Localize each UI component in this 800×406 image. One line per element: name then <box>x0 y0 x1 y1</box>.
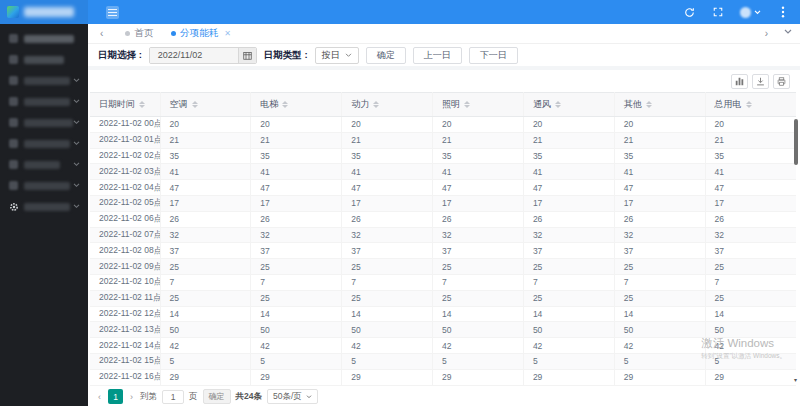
cell-value: 41 <box>342 164 433 180</box>
page-size-value: 50条/页 <box>273 391 302 403</box>
cell-value: 35 <box>342 148 433 164</box>
cell-value: 5 <box>342 353 433 369</box>
column-header[interactable]: 总用电 <box>705 93 796 117</box>
tab-energy-breakdown[interactable]: 分项能耗 ✕ <box>171 27 231 40</box>
column-header[interactable]: 照明 <box>433 93 524 117</box>
page-number-active[interactable]: 1 <box>108 389 123 404</box>
bar-chart-icon[interactable] <box>731 74 748 89</box>
sidebar-item-label-censored <box>24 161 60 169</box>
table-body: 2022-11-02 00点202020202020202022-11-02 0… <box>90 117 796 386</box>
column-header[interactable]: 电梯 <box>251 93 342 117</box>
cell-value: 47 <box>433 180 524 196</box>
scrollbar-thumb[interactable] <box>794 119 798 165</box>
sort-icon[interactable] <box>555 101 561 108</box>
cell-value: 32 <box>705 227 796 243</box>
date-type-label: 日期类型 : <box>264 49 308 62</box>
cell-value: 5 <box>160 353 251 369</box>
table-row: 2022-11-02 14点42424242424242 <box>90 338 796 354</box>
cell-value: 20 <box>251 117 342 133</box>
sort-icon[interactable] <box>139 101 145 108</box>
sort-icon[interactable] <box>192 101 198 108</box>
sort-icon[interactable] <box>373 101 379 108</box>
column-header[interactable]: 日期时间 <box>90 93 160 117</box>
sidebar-item[interactable] <box>0 196 88 217</box>
tab-home[interactable]: 首页 <box>125 27 153 40</box>
date-picker-input[interactable]: 2022/11/02 <box>149 47 257 64</box>
cell-value: 5 <box>433 353 524 369</box>
cell-value: 25 <box>705 259 796 275</box>
cell-datetime: 2022-11-02 01点 <box>90 132 160 148</box>
sidebar-item[interactable] <box>0 70 88 91</box>
column-header[interactable]: 其他 <box>614 93 705 117</box>
prev-day-button[interactable]: 上一日 <box>413 47 462 64</box>
sidebar-item[interactable] <box>0 112 88 133</box>
column-label: 电梯 <box>260 98 278 111</box>
sort-icon[interactable] <box>282 101 288 108</box>
cell-datetime: 2022-11-02 10点 <box>90 274 160 290</box>
table-row: 2022-11-02 06点26262626262626 <box>90 211 796 227</box>
table-header-row: 日期时间 空调 电梯 <box>90 93 796 117</box>
sort-icon[interactable] <box>646 101 652 108</box>
date-type-value: 按日 <box>322 49 340 62</box>
sidebar-item[interactable] <box>0 175 88 196</box>
cell-value: 20 <box>705 117 796 133</box>
scrollbar-down-arrow[interactable]: ▾ <box>792 376 799 384</box>
sort-icon[interactable] <box>746 101 752 108</box>
cell-value: 26 <box>705 211 796 227</box>
tab-dot-icon <box>171 31 176 36</box>
date-type-select[interactable]: 按日 <box>315 47 359 64</box>
cell-value: 35 <box>614 148 705 164</box>
column-header[interactable]: 动力 <box>342 93 433 117</box>
cell-value: 17 <box>523 195 614 211</box>
next-page-icon[interactable]: › <box>128 392 135 402</box>
sidebar-item[interactable] <box>0 154 88 175</box>
confirm-button[interactable]: 确定 <box>366 47 406 64</box>
table-row: 2022-11-02 03点41414141414141 <box>90 164 796 180</box>
cell-value: 25 <box>251 290 342 306</box>
tabs-scroll-right-icon[interactable]: › <box>761 28 772 39</box>
prev-page-icon[interactable]: ‹ <box>96 392 103 402</box>
sort-icon[interactable] <box>464 101 470 108</box>
cell-value: 25 <box>251 259 342 275</box>
sidebar-item[interactable] <box>0 133 88 154</box>
jump-page-input[interactable]: 1 <box>162 390 184 404</box>
cell-value: 17 <box>160 195 251 211</box>
print-icon[interactable] <box>773 74 790 89</box>
column-header[interactable]: 空调 <box>160 93 251 117</box>
cell-value: 5 <box>251 353 342 369</box>
cell-value: 20 <box>523 117 614 133</box>
jump-confirm-button[interactable]: 确定 <box>203 389 231 404</box>
tabs-menu-chevron-icon[interactable] <box>784 29 792 35</box>
date-value: 2022/11/02 <box>150 48 238 63</box>
page-size-select[interactable]: 50条/页 <box>267 389 318 404</box>
sidebar-item[interactable] <box>0 49 88 70</box>
more-vertical-icon[interactable] <box>776 5 790 19</box>
column-header[interactable]: 通风 <box>523 93 614 117</box>
cell-value: 47 <box>705 180 796 196</box>
column-label: 动力 <box>351 98 369 111</box>
cell-value: 25 <box>523 259 614 275</box>
gear-icon <box>9 202 19 212</box>
close-icon[interactable]: ✕ <box>224 29 231 38</box>
menu-collapse-icon[interactable] <box>106 6 119 19</box>
user-avatar[interactable] <box>740 7 761 18</box>
column-label: 空调 <box>170 98 188 111</box>
sidebar-item[interactable] <box>0 91 88 112</box>
cell-value: 32 <box>342 227 433 243</box>
fullscreen-icon[interactable] <box>711 5 725 19</box>
next-day-button[interactable]: 下一日 <box>469 47 518 64</box>
download-icon[interactable] <box>752 74 769 89</box>
table-row: 2022-11-02 00点20202020202020 <box>90 117 796 133</box>
cell-value: 5 <box>523 353 614 369</box>
tabs-scroll-left-icon[interactable]: ‹ <box>96 28 107 39</box>
table-row: 2022-11-02 09点25252525252525 <box>90 259 796 275</box>
cell-value: 20 <box>342 117 433 133</box>
main-content: ‹ 首页 分项能耗 ✕ › 日期选择 : 2022/11/02 <box>88 24 800 406</box>
cell-value: 14 <box>705 306 796 322</box>
cell-value: 35 <box>251 148 342 164</box>
cell-value: 7 <box>705 274 796 290</box>
cell-value: 5 <box>705 353 796 369</box>
calendar-icon[interactable] <box>238 48 256 63</box>
sidebar-item[interactable] <box>0 28 88 49</box>
refresh-icon[interactable] <box>682 5 696 19</box>
